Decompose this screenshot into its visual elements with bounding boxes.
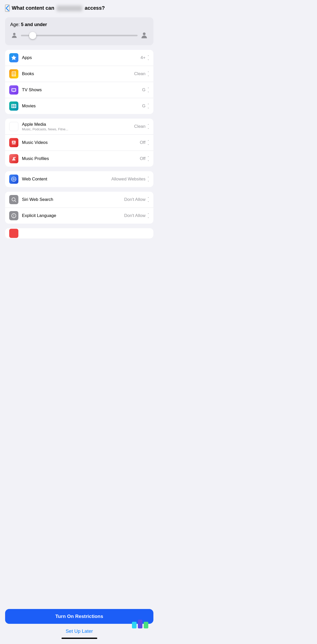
tvshows-chevron xyxy=(147,87,149,93)
musicprofiles-icon xyxy=(9,154,18,163)
list-item[interactable]: A Apps 4+ xyxy=(5,50,153,66)
blurred-username xyxy=(57,6,82,11)
apps-label-wrap: Apps xyxy=(22,55,141,60)
content-group-2: Apple Media Music, Podcasts, News, Fitne… xyxy=(5,119,153,167)
tvshows-value: G xyxy=(142,87,149,93)
header: What content can access? xyxy=(0,0,159,15)
musicprofiles-chevron xyxy=(147,156,149,162)
movies-label: Movies xyxy=(22,103,142,109)
list-item[interactable]: ! Explicit Language Don't Allow xyxy=(5,208,153,224)
explicitlang-label-wrap: Explicit Language xyxy=(22,213,124,218)
svg-rect-7 xyxy=(11,104,16,108)
applemedia-label-wrap: Apple Media Music, Podcasts, News, Fitne… xyxy=(22,122,134,131)
svg-rect-4 xyxy=(12,89,16,91)
svg-point-16 xyxy=(13,157,15,159)
movies-chevron xyxy=(147,103,149,109)
age-slider-thumb[interactable] xyxy=(29,32,36,39)
list-item[interactable]: TV Shows G xyxy=(5,82,153,98)
svg-rect-15 xyxy=(12,144,16,145)
apps-value: 4+ xyxy=(141,55,149,61)
applemedia-value: Clean xyxy=(134,124,149,129)
webcontent-chevron xyxy=(147,177,149,182)
books-icon xyxy=(9,69,18,78)
slider-row xyxy=(10,31,148,40)
books-label: Books xyxy=(22,71,134,76)
movies-icon xyxy=(9,101,18,111)
age-value: 5 and under xyxy=(21,22,47,27)
musicvideos-chevron xyxy=(147,140,149,145)
musicprofiles-value: Off xyxy=(140,156,149,162)
apps-icon: A xyxy=(9,53,18,62)
applemedia-label: Apple Media xyxy=(22,122,134,127)
page-title: What content can access? xyxy=(12,5,153,11)
webcontent-label: Web Content xyxy=(22,177,111,182)
tvshows-icon xyxy=(9,85,18,95)
back-button[interactable] xyxy=(5,5,10,12)
list-item[interactable]: Books Clean xyxy=(5,66,153,82)
musicprofiles-label-wrap: Music Profiles xyxy=(22,156,140,161)
content-group-3: Web Content Allowed Websites xyxy=(5,171,153,187)
list-item[interactable]: Siri Web Search Don't Allow xyxy=(5,192,153,208)
musicvideos-label: Music Videos xyxy=(22,140,140,145)
books-value: Clean xyxy=(134,71,149,77)
siriwebsearch-chevron xyxy=(147,197,149,202)
movies-label-wrap: Movies xyxy=(22,103,142,109)
list-item[interactable]: Apple Media Music, Podcasts, News, Fitne… xyxy=(5,119,153,135)
apps-chevron xyxy=(147,55,149,61)
musicvideos-icon xyxy=(9,138,18,147)
content-group-4: Siri Web Search Don't Allow ! Explicit L… xyxy=(5,192,153,224)
large-person-icon xyxy=(140,31,148,40)
small-person-icon xyxy=(10,31,18,40)
svg-point-0 xyxy=(13,33,15,35)
explicitlang-chevron xyxy=(147,213,149,218)
applemedia-chevron xyxy=(147,124,149,129)
content-group-1: A Apps 4+ Books Clean xyxy=(5,50,153,114)
age-label: Age: 5 and under xyxy=(10,22,148,27)
list-item[interactable]: Web Content Allowed Websites xyxy=(5,171,153,187)
list-item[interactable]: Music Profiles Off xyxy=(5,151,153,167)
siriwebsearch-value: Don't Allow xyxy=(124,197,149,202)
partial-row xyxy=(5,228,153,238)
musicvideos-label-wrap: Music Videos xyxy=(22,140,140,145)
books-chevron xyxy=(147,71,149,77)
partial-row-icon xyxy=(9,229,18,238)
musicvideos-value: Off xyxy=(140,140,149,145)
age-slider-card: Age: 5 and under xyxy=(5,17,153,45)
webcontent-label-wrap: Web Content xyxy=(22,177,111,182)
tvshows-label-wrap: TV Shows xyxy=(22,87,142,93)
svg-text:A: A xyxy=(13,56,15,60)
svg-point-1 xyxy=(143,32,146,35)
explicitlang-icon: ! xyxy=(9,211,18,220)
tvshows-label: TV Shows xyxy=(22,87,142,93)
svg-text:!: ! xyxy=(13,214,14,218)
books-label-wrap: Books xyxy=(22,71,134,76)
apps-label: Apps xyxy=(22,55,141,60)
movies-value: G xyxy=(142,103,149,109)
content-area: Age: 5 and under xyxy=(0,15,159,274)
age-slider-track[interactable] xyxy=(21,35,138,36)
siriwebsearch-label: Siri Web Search xyxy=(22,197,124,202)
webcontent-value: Allowed Websites xyxy=(111,177,149,182)
applemedia-icon xyxy=(9,122,18,131)
explicitlang-label: Explicit Language xyxy=(22,213,124,218)
list-item[interactable]: Movies G xyxy=(5,98,153,114)
svg-point-17 xyxy=(15,157,16,158)
list-item[interactable]: Music Videos Off xyxy=(5,135,153,151)
svg-line-23 xyxy=(15,201,16,202)
siriwebsearch-icon xyxy=(9,195,18,204)
musicprofiles-label: Music Profiles xyxy=(22,156,140,161)
webcontent-icon xyxy=(9,175,18,184)
applemedia-sublabel: Music, Podcasts, News, Fitne... xyxy=(22,127,134,131)
siriwebsearch-label-wrap: Siri Web Search xyxy=(22,197,124,202)
explicitlang-value: Don't Allow xyxy=(124,213,149,218)
